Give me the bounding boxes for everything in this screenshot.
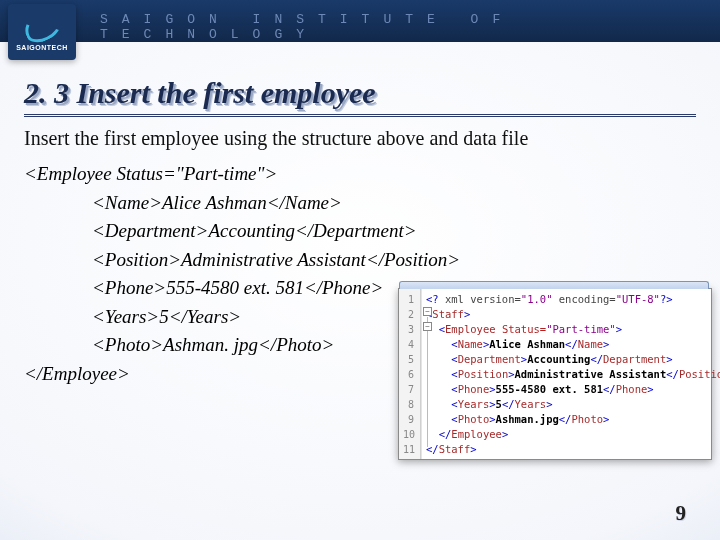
code-token: > bbox=[603, 413, 609, 425]
gutter-number: 9 bbox=[403, 412, 414, 427]
code-token: Position bbox=[458, 368, 509, 380]
fold-icon: − bbox=[423, 307, 432, 316]
code-token: </ bbox=[502, 398, 515, 410]
gutter-number: 5 bbox=[403, 352, 414, 367]
code-token: ?> bbox=[660, 293, 673, 305]
editor-titlebar bbox=[399, 281, 709, 289]
gutter-number: 6 bbox=[403, 367, 414, 382]
code-token: <? bbox=[426, 293, 439, 305]
code-token: Employee bbox=[445, 323, 496, 335]
code-token: > bbox=[546, 398, 552, 410]
code-token: Employee bbox=[451, 428, 502, 440]
code-token: > bbox=[666, 353, 672, 365]
gutter-number: 1 bbox=[403, 292, 414, 307]
institute-name: SAIGON INSTITUTE OF TECHNOLOGY bbox=[100, 12, 720, 42]
code-token: "Part-time" bbox=[546, 323, 616, 335]
code-token: Staff bbox=[439, 443, 471, 455]
slide-title: 2. 3 Insert the first employee bbox=[24, 76, 696, 117]
code-token: </ bbox=[565, 338, 578, 350]
code-token: </ bbox=[439, 428, 452, 440]
editor-code: <? xml version="1.0" encoding="UTF-8"?> … bbox=[422, 289, 720, 459]
code-token: Department bbox=[603, 353, 666, 365]
code-token: Years bbox=[515, 398, 547, 410]
code-token: "1.0" bbox=[521, 293, 553, 305]
fold-guide bbox=[427, 317, 428, 447]
xml-line-pos: <Position>Administrative Assistant</Posi… bbox=[92, 246, 696, 275]
xml-line-dept: <Department>Accounting</Department> bbox=[92, 217, 696, 246]
gutter-number: 4 bbox=[403, 337, 414, 352]
code-token: </ bbox=[603, 383, 616, 395]
code-token: > bbox=[647, 383, 653, 395]
code-token: Photo bbox=[571, 413, 603, 425]
editor-gutter: 1 2 3 4 5 6 7 8 9 10 11 bbox=[399, 289, 421, 459]
code-token: Photo bbox=[458, 413, 490, 425]
code-token: </ bbox=[559, 413, 572, 425]
code-token: > bbox=[470, 443, 476, 455]
gutter-number: 10 bbox=[403, 427, 414, 442]
code-token: Alice Ashman bbox=[489, 338, 565, 350]
code-token: "UTF-8" bbox=[616, 293, 660, 305]
code-token: Phone bbox=[458, 383, 490, 395]
code-token: > bbox=[464, 308, 470, 320]
logo-text: SAIGONTECH bbox=[16, 44, 68, 51]
code-token: 555-4580 ext. 581 bbox=[496, 383, 603, 395]
code-token: xml version= bbox=[439, 293, 521, 305]
header-band: SAIGONTECH SAIGON INSTITUTE OF TECHNOLOG… bbox=[0, 0, 720, 42]
fold-icon: − bbox=[423, 322, 432, 331]
gutter-number: 3 bbox=[403, 322, 414, 337]
code-token: Name bbox=[578, 338, 603, 350]
code-token: Accounting bbox=[527, 353, 590, 365]
code-token: Administrative Assistant bbox=[515, 368, 667, 380]
code-token: Years bbox=[458, 398, 490, 410]
gutter-number: 11 bbox=[403, 442, 414, 457]
code-token: Staff bbox=[432, 308, 464, 320]
code-token: Status= bbox=[496, 323, 547, 335]
slide-description: Insert the first employee using the stru… bbox=[24, 127, 696, 150]
code-token: </ bbox=[590, 353, 603, 365]
code-token: Phone bbox=[616, 383, 648, 395]
gutter-number: 2 bbox=[403, 307, 414, 322]
editor-fold-column: − − bbox=[421, 289, 422, 459]
gutter-number: 7 bbox=[403, 382, 414, 397]
code-token: Department bbox=[458, 353, 521, 365]
code-token: encoding= bbox=[552, 293, 615, 305]
code-token: > bbox=[502, 428, 508, 440]
code-token: > bbox=[616, 323, 622, 335]
code-token: Position bbox=[679, 368, 720, 380]
code-token: Name bbox=[458, 338, 483, 350]
xml-line-name: <Name>Alice Ashman</Name> bbox=[92, 189, 696, 218]
xml-editor-preview: 1 2 3 4 5 6 7 8 9 10 11 − − <? xml versi… bbox=[398, 288, 712, 460]
gutter-number: 8 bbox=[403, 397, 414, 412]
page-number: 9 bbox=[676, 501, 687, 526]
logo-swirl-icon bbox=[20, 7, 64, 48]
code-token: > bbox=[603, 338, 609, 350]
code-token: Ashman.jpg bbox=[496, 413, 559, 425]
logo: SAIGONTECH bbox=[8, 4, 76, 60]
code-token: </ bbox=[666, 368, 679, 380]
xml-line-open: <Employee Status="Part-time"> bbox=[24, 160, 696, 189]
